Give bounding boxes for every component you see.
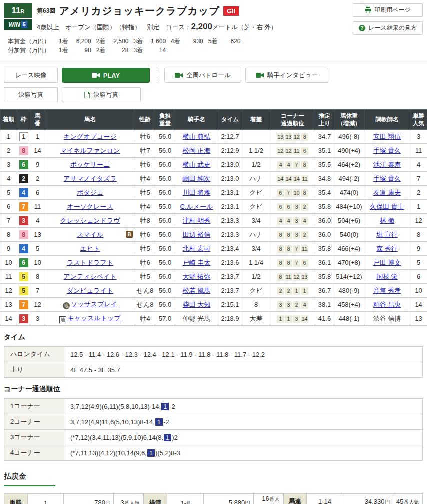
horse-number: 13	[30, 228, 46, 242]
horse-name-link[interactable]: アサマノイタズラ	[64, 175, 116, 182]
trainer-cell: 林 徹	[364, 214, 410, 228]
corner-position: 11	[285, 273, 292, 281]
horse-name-cell: エヒト	[46, 242, 136, 256]
sex-age: 牡6	[136, 158, 156, 172]
horse-name-link[interactable]: エヒト	[80, 245, 100, 252]
carried-weight: 57.0	[156, 312, 176, 326]
table-row: 1コーナー3,7,12(4,9)(6,11)(5,8,10,13)-14,1-2	[4, 399, 423, 414]
horse-name-link[interactable]: クレッシェンドラヴ	[60, 217, 120, 224]
corner-position: 12	[294, 133, 300, 141]
column-header: 着差	[242, 110, 270, 130]
horse-name-link[interactable]: ダンビュライト	[67, 287, 114, 294]
prize-values: 1着6,2002着2,5003着1,6004着9305着620	[54, 38, 240, 45]
horse-weight: 466(+4)	[334, 242, 364, 256]
finish-photo-button[interactable]: 決勝写真	[62, 87, 141, 102]
horse-name-link[interactable]: オーソクレース	[67, 203, 114, 210]
table-row: 上り4F 47.5 - 3F 35.7	[4, 362, 423, 378]
jockey-name-link[interactable]: 川田 将雅	[183, 189, 211, 196]
trainer-name-link[interactable]: 音無 秀孝	[374, 287, 402, 294]
finish-position: 12	[0, 284, 18, 298]
corner-position: 2	[278, 287, 284, 295]
jockey-cell: 北村 宏司	[176, 242, 218, 256]
horse-number: 1	[30, 130, 46, 144]
corner-order-cell: 8876	[270, 256, 316, 270]
horse-name-link[interactable]: ソッサスブレイ	[71, 300, 118, 308]
finish-position: 8	[0, 228, 18, 242]
jockey-name-link[interactable]: 松岡 正海	[183, 147, 211, 154]
trainer-cell: 渋谷 信博	[364, 312, 410, 326]
corner-position: 14	[277, 175, 284, 183]
play-button[interactable]: PLAY	[62, 68, 150, 83]
jockey-cell: 横山 武史	[176, 158, 218, 172]
trainer-name-link[interactable]: 戸田 博文	[374, 259, 402, 266]
jockey-name-link[interactable]: 北村 宏司	[183, 245, 211, 252]
race-time: 2:18.9	[218, 312, 242, 326]
jockey-name-link[interactable]: 松若 風馬	[183, 287, 211, 294]
jockey-name-link[interactable]: 戸崎 圭太	[183, 259, 211, 266]
trainer-name-link[interactable]: 林 徹	[380, 217, 395, 224]
trainer-name-link[interactable]: 粕谷 昌央	[374, 301, 402, 308]
patrol-video-button[interactable]: 全周パトロール	[164, 68, 242, 83]
trainer-name-link[interactable]: 堀 宣行	[376, 231, 398, 238]
jockey-name-link[interactable]: 田辺 裕信	[183, 231, 211, 238]
jockey-name-link[interactable]: 柴田 大知	[183, 301, 211, 308]
payout-popularity: 16番人気	[254, 494, 283, 504]
horse-name-link[interactable]: スマイル	[77, 231, 104, 238]
trainer-name-link[interactable]: 森 秀行	[376, 245, 398, 252]
carried-weight: 56.0	[156, 186, 176, 200]
row-value: 3,7,12(4,9)(6,11)(5,8,10,13)-14,1-2	[64, 399, 423, 414]
trainer-name-link[interactable]: 久保田 貴士	[370, 203, 404, 210]
jockey-name-link[interactable]: 大野 拓弥	[183, 273, 211, 280]
margin	[242, 130, 270, 144]
bracket-cell: 4	[18, 242, 30, 256]
corner-order-cell: 88711	[270, 242, 316, 256]
last-3f: 35.8	[316, 270, 334, 284]
horse-number: 6	[30, 186, 46, 200]
combination: 1-8	[168, 494, 204, 504]
prize-place: 3着	[134, 37, 143, 46]
race-header: 11R WIN5 第63回 アメリカジョッキークラブカップ GII 4歳以上 オ…	[0, 0, 427, 63]
jockey-name-link[interactable]: 横山 典弘	[183, 133, 211, 140]
horse-name-link[interactable]: ラストドラフト	[67, 259, 114, 266]
horse-name-link[interactable]: キャッスルトップ	[68, 314, 120, 322]
trainer-name-link[interactable]: 手塚 貴久	[374, 147, 402, 154]
horse-name-link[interactable]: アンティシペイト	[64, 273, 116, 280]
table-row: 6711オーソクレース牡455.0C.ルメール2:13.1クビ663235.84…	[0, 200, 427, 214]
margin: 3/4	[242, 242, 270, 256]
print-page-button[interactable]: 印刷用ページ	[353, 3, 423, 17]
finish-position: 14	[0, 312, 18, 326]
corner-position: 6	[286, 203, 292, 211]
results-guide-button[interactable]: ? レース結果の見方	[353, 21, 423, 35]
jockey-name-link[interactable]: C.ルメール	[180, 203, 214, 210]
corner-order-cell: 14141411	[270, 172, 316, 186]
trainer-name-link[interactable]: 安田 翔伍	[374, 133, 402, 140]
horse-name-link[interactable]: キングオブコージ	[64, 133, 116, 140]
horse-name-link[interactable]: ボッケリーニ	[70, 161, 110, 168]
trainer-name-link[interactable]: 手塚 貴久	[374, 175, 402, 182]
jockey-name-link[interactable]: 津村 明秀	[183, 217, 211, 224]
bracket-badge: 8	[20, 146, 28, 155]
bracket-cell: 7	[18, 200, 30, 214]
horse-name-link[interactable]: マイネルファンロン	[60, 147, 120, 154]
jockey-name-link[interactable]: 嶋田 純次	[183, 175, 211, 182]
jockey-cell: 田辺 裕信	[176, 228, 218, 242]
corner-position: 11	[302, 175, 308, 183]
corner-position: 11	[294, 147, 300, 155]
jockey-interview-button[interactable]: 騎手インタビュー	[246, 68, 328, 83]
bracket-badge: 8	[20, 230, 28, 239]
column-header: 馬名	[46, 110, 136, 130]
trainer-name-link[interactable]: 池江 泰寿	[374, 161, 402, 168]
row-value: 4F 47.5 - 3F 35.7	[64, 362, 423, 378]
last-3f: 41.6	[316, 312, 334, 326]
carried-weight: 56.0	[156, 298, 176, 312]
trainer-name-link[interactable]: 友道 康夫	[374, 189, 402, 196]
row-value: 3,7,12(4,9)11,6(5,10,13)8-14,1-2	[64, 414, 423, 430]
trainer-name-link[interactable]: 国枝 栄	[376, 273, 398, 280]
horse-name-link[interactable]: ポタジェ	[77, 189, 104, 196]
jockey-name-link[interactable]: 横山 武史	[183, 161, 211, 168]
win-popularity: 8	[410, 228, 427, 242]
corner-position: 2	[294, 301, 300, 309]
race-time: 2:13.1	[218, 200, 242, 214]
row-label: 4コーナー	[4, 445, 64, 461]
carried-weight: 56.0	[156, 270, 176, 284]
